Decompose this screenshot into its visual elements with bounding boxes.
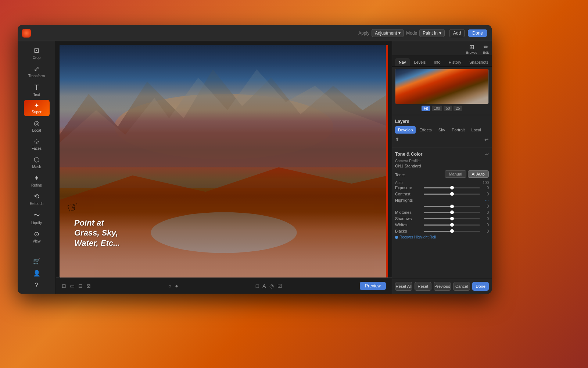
reset-all-button[interactable]: Reset All	[395, 282, 412, 291]
shadows-track[interactable]	[424, 218, 480, 219]
tool-bottom-2[interactable]: 👤	[24, 268, 50, 279]
preview-button[interactable]: Preview	[360, 282, 386, 290]
tool-refine[interactable]: ✦ Refine	[24, 172, 50, 190]
browse-button[interactable]: ⊞ Browse	[466, 43, 477, 54]
frame-icon[interactable]: ⊡	[62, 283, 66, 289]
text-icon: T	[34, 83, 39, 92]
blacks-label: Blacks	[395, 229, 421, 233]
ai-auto-button[interactable]: AI Auto	[468, 170, 489, 178]
highlights-header-row: Highlights ⋯	[395, 198, 489, 202]
thumbnail-section: Fit 100 50 25	[392, 67, 492, 113]
tab-info[interactable]: Info	[430, 58, 444, 66]
check-icon[interactable]: ☑	[277, 283, 282, 289]
header-right: Add Done	[449, 29, 487, 37]
reset-button[interactable]: Reset	[415, 282, 432, 291]
cancel-button[interactable]: Cancel	[453, 282, 470, 291]
faces-icon: ☺	[33, 138, 40, 145]
circle-icon[interactable]: ○	[168, 283, 171, 289]
exposure-track[interactable]	[424, 187, 480, 188]
layers-title: Layers	[395, 119, 489, 124]
thumb-fit-button[interactable]: Fit	[422, 106, 430, 111]
tone-title: Tone & Color	[395, 152, 422, 157]
tone-reset-icon[interactable]: ↩	[485, 152, 489, 157]
tab-snapshots[interactable]: Snapshots	[466, 58, 492, 66]
shadows-value: 0	[483, 217, 489, 221]
tool-crop[interactable]: ⊡ Crop	[24, 44, 50, 62]
square-icon[interactable]: □	[256, 283, 259, 289]
app-icon	[22, 29, 31, 38]
layer-actions: ⬆ ↩	[395, 135, 489, 144]
midtones-track[interactable]	[424, 212, 480, 213]
highlights-expand[interactable]: ⋯	[485, 198, 489, 202]
blacks-track[interactable]	[424, 231, 480, 232]
layer-tab-sky[interactable]: Sky	[435, 126, 448, 134]
thumb-inner	[395, 69, 488, 104]
layer-tab-local[interactable]: Local	[469, 126, 484, 134]
tool-mask[interactable]: ⬡ Mask	[24, 153, 50, 171]
retouch-icon: ⟲	[34, 192, 39, 201]
thumbnail-controls: Fit 100 50 25	[395, 106, 489, 111]
triple-icon[interactable]: ⊠	[86, 283, 91, 289]
thumb-25-button[interactable]: 25	[453, 106, 462, 111]
tool-super[interactable]: ✦ Super	[24, 100, 50, 116]
contrast-value: 0	[483, 192, 489, 196]
panel-icons-row: ⊞ Browse ✏ Edit	[392, 41, 492, 55]
user-icon: 👤	[33, 270, 40, 277]
shadows-label: Shadows	[395, 216, 421, 221]
layer-tab-portrait[interactable]: Portrait	[449, 126, 467, 134]
tool-text[interactable]: T Text	[24, 81, 50, 99]
thumbnail-image	[395, 69, 489, 104]
recover-highlight-dot	[395, 236, 398, 239]
svg-point-5	[151, 212, 297, 253]
tool-faces[interactable]: ☺ Faces	[24, 135, 50, 153]
previous-button[interactable]: Previous	[434, 282, 451, 291]
panel-icon[interactable]: ▭	[70, 283, 75, 289]
edit-button[interactable]: ✏ Edit	[483, 43, 489, 54]
tool-liquify[interactable]: 〜 Liquify	[24, 209, 50, 227]
tab-history[interactable]: History	[445, 58, 465, 66]
tool-bottom-1[interactable]: 🛒	[24, 255, 50, 267]
recover-highlight-label: Recover Highlight Roll	[399, 235, 436, 239]
tool-retouch[interactable]: ⟲ Retouch	[24, 190, 50, 208]
tool-bottom-3[interactable]: ?	[24, 280, 50, 291]
whites-row: Whites 0	[395, 223, 489, 227]
contrast-label: Contrast	[395, 192, 421, 196]
tool-view[interactable]: ⊙ View	[24, 228, 50, 245]
nav-tabs: Nav Levels Info History Snapshots	[392, 55, 492, 67]
add-layer-icon[interactable]: ⬆	[395, 137, 399, 142]
midtones-row: Midtones 0	[395, 210, 489, 215]
add-button[interactable]: Add	[449, 29, 465, 37]
manual-button[interactable]: Manual	[445, 170, 466, 178]
app-window: Apply Adjustment ▾ Mode Paint In ▾ Add D…	[18, 25, 492, 294]
paint-in-dropdown[interactable]: Paint In ▾	[419, 29, 445, 37]
circle2-icon[interactable]: ●	[175, 283, 178, 289]
done-header-button[interactable]: Done	[468, 29, 487, 37]
main-body: ⊡ Crop ⤢ Transform T Text ✦ Super ◎ Loca…	[18, 41, 492, 294]
highlights-track[interactable]	[424, 206, 480, 207]
contrast-row: Contrast 0	[395, 192, 489, 196]
thumb-100-button[interactable]: 100	[432, 106, 442, 111]
tab-levels[interactable]: Levels	[410, 58, 430, 66]
done-main-button[interactable]: Done	[472, 282, 489, 291]
adjustment-dropdown[interactable]: Adjustment ▾	[372, 29, 404, 37]
tab-nav[interactable]: Nav	[395, 58, 410, 66]
split-icon[interactable]: ⊟	[78, 283, 83, 289]
circle3-icon[interactable]: ◔	[269, 283, 274, 289]
canvas-image[interactable]: ☞ Point atGrass, Sky,Water, Etc...	[60, 45, 388, 277]
midtones-value: 0	[483, 210, 489, 215]
layer-tabs: Develop Effects Sky Portrait Local	[395, 126, 489, 134]
whites-track[interactable]	[424, 224, 480, 226]
camera-profile-value: ON1 Standard	[395, 164, 489, 168]
help-icon: ?	[35, 282, 38, 289]
tool-transform[interactable]: ⤢ Transform	[24, 63, 50, 80]
contrast-track[interactable]	[424, 194, 480, 195]
text-tool-icon[interactable]: A	[262, 283, 266, 289]
tool-local[interactable]: ◎ Local	[24, 117, 50, 135]
undo-layer-icon[interactable]: ↩	[484, 137, 489, 142]
divider1	[392, 115, 492, 115]
layer-tab-effects[interactable]: Effects	[416, 126, 434, 134]
layer-tab-develop[interactable]: Develop	[395, 126, 416, 134]
exposure-label: Exposure	[395, 185, 421, 190]
thumb-50-button[interactable]: 50	[444, 106, 452, 111]
tone-mode-buttons: Manual AI Auto	[445, 170, 489, 178]
